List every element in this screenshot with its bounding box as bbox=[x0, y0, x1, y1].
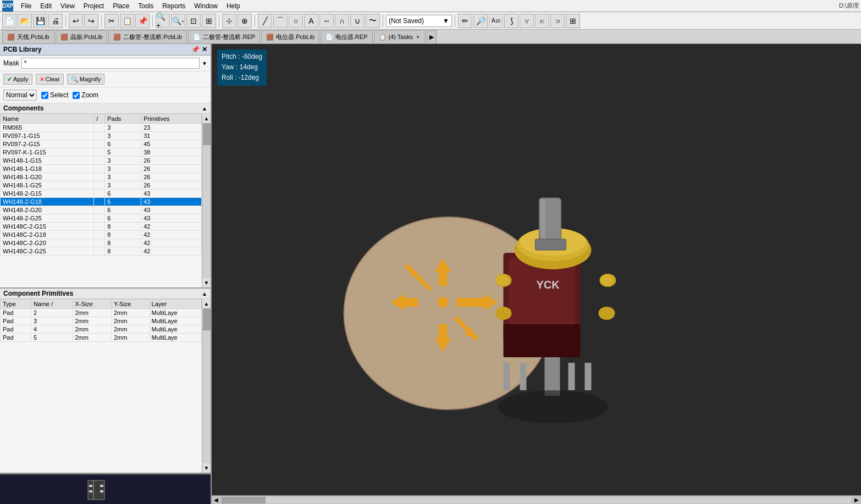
tab-more-arrow[interactable]: ▶ bbox=[427, 30, 437, 43]
route2[interactable]: ⟇ bbox=[520, 14, 534, 28]
table-row[interactable]: Pad 3 2mm 2mm MultiLaye bbox=[1, 317, 202, 325]
zoom-checkbox-label[interactable]: Zoom bbox=[73, 91, 98, 99]
curve1[interactable]: ∩ bbox=[335, 14, 349, 28]
menu-window[interactable]: Window bbox=[190, 1, 222, 11]
table-row[interactable]: WH148C-2-G25 8 42 bbox=[1, 247, 202, 256]
wave[interactable]: 〜 bbox=[366, 14, 380, 28]
col-primitives-header[interactable]: Primitives bbox=[141, 114, 202, 124]
table-row[interactable]: Pad 5 2mm 2mm MultiLaye bbox=[1, 334, 202, 342]
prim-ysize-header[interactable]: Y-Size bbox=[111, 300, 149, 309]
apply-button[interactable]: ✔ Apply bbox=[3, 74, 32, 85]
zoom-area-button[interactable]: ⊞ bbox=[202, 14, 216, 28]
table-row[interactable]: RM065 3 23 bbox=[1, 124, 202, 132]
primitives-scroll-up[interactable]: ▲ bbox=[202, 291, 207, 297]
draw-arc[interactable]: ⌒ bbox=[273, 14, 288, 28]
curve2[interactable]: ∪ bbox=[350, 14, 365, 28]
tab-erjiguan1[interactable]: 🟫 二极管-整流桥.PcbLib bbox=[108, 30, 186, 43]
draw-text[interactable]: A bbox=[304, 14, 318, 28]
new-button[interactable]: 📄 bbox=[2, 14, 16, 28]
route1[interactable]: ⟆ bbox=[504, 14, 518, 28]
tab-erjiguan-rep[interactable]: 📄 二极管-整流桥.REP bbox=[188, 30, 260, 43]
save-button[interactable]: 💾 bbox=[33, 14, 47, 28]
grid-toggle[interactable]: ⊹ bbox=[222, 14, 236, 28]
prim-xsize-header[interactable]: X-Size bbox=[73, 300, 111, 309]
prim-scroll-thumb[interactable] bbox=[203, 308, 211, 330]
scroll-down-arrow[interactable]: ▼ bbox=[202, 278, 211, 287]
table-row[interactable]: WH148-1-G20 3 26 bbox=[1, 173, 202, 181]
select-checkbox-label[interactable]: Select bbox=[41, 91, 68, 99]
tab-tasks[interactable]: 📋 (4) Tasks ▼ bbox=[374, 30, 426, 43]
redo-button[interactable]: ↪ bbox=[84, 14, 98, 28]
hscroll-thumb[interactable] bbox=[222, 497, 266, 503]
table-row[interactable]: Pad 2 2mm 2mm MultiLaye bbox=[1, 309, 202, 317]
components-scroll-up[interactable]: ▲ bbox=[202, 106, 207, 112]
tab-jingzhen[interactable]: 🟫 晶振.PcbLib bbox=[56, 30, 108, 43]
table-row[interactable]: WH148-2-G20 6 43 bbox=[1, 206, 202, 214]
tab-tasks-close[interactable]: ▼ bbox=[415, 34, 421, 40]
route5[interactable]: ⊞ bbox=[566, 14, 580, 28]
scroll-track[interactable] bbox=[202, 123, 211, 278]
menu-file[interactable]: File bbox=[16, 1, 36, 11]
components-table-scroll[interactable]: Name / Pads bbox=[0, 114, 202, 287]
table-row[interactable]: WH148C-2-G18 8 42 bbox=[1, 231, 202, 239]
dimension[interactable]: ↔ bbox=[319, 14, 334, 28]
zoom-checkbox[interactable] bbox=[73, 92, 80, 99]
route3[interactable]: ⟈ bbox=[535, 14, 549, 28]
inspect-tool[interactable]: 🔎 bbox=[473, 14, 488, 28]
panel-close-icon[interactable]: ✕ bbox=[202, 46, 207, 53]
draw-circle[interactable]: ○ bbox=[289, 14, 303, 28]
col-sort-header[interactable]: / bbox=[94, 114, 105, 124]
table-row[interactable]: RV097-2-G15 6 45 bbox=[1, 140, 202, 148]
open-button[interactable]: 📂 bbox=[18, 14, 32, 28]
magnify-button[interactable]: 🔍 Magnify bbox=[67, 74, 105, 85]
pencil-tool[interactable]: ✏ bbox=[458, 14, 472, 28]
route4[interactable]: ⟉ bbox=[550, 14, 565, 28]
hscroll-left-arrow[interactable]: ◀ bbox=[212, 497, 220, 503]
menu-help[interactable]: Help bbox=[222, 1, 245, 11]
not-saved-dropdown[interactable]: (Not Saved) ▼ bbox=[386, 15, 452, 27]
pin-icon[interactable]: 📌 bbox=[191, 46, 200, 53]
col-name-header[interactable]: Name bbox=[1, 114, 94, 124]
table-row[interactable]: WH148-2-G25 6 43 bbox=[1, 214, 202, 223]
table-row[interactable]: Pad 4 2mm 2mm MultiLaye bbox=[1, 325, 202, 334]
table-row[interactable]: WH148C-2-G20 8 42 bbox=[1, 239, 202, 247]
table-row[interactable]: WH148C-2-G15 8 42 bbox=[1, 223, 202, 231]
print-button[interactable]: 🖨 bbox=[48, 14, 63, 28]
zoom-in-button[interactable]: 🔍+ bbox=[156, 14, 170, 28]
scroll-thumb[interactable] bbox=[203, 123, 211, 145]
canvas-area[interactable]: Pitch : -60deg Yaw : 14deg Roll : -12deg bbox=[212, 44, 861, 504]
menu-reports[interactable]: Reports bbox=[158, 1, 190, 11]
primitives-table-scroll[interactable]: Type Name / X-Size Y-Size Layer Pad 2 2m… bbox=[0, 299, 202, 473]
draw-line[interactable]: ╱ bbox=[258, 14, 272, 28]
scroll-up-arrow[interactable]: ▲ bbox=[202, 114, 211, 123]
menu-place[interactable]: Place bbox=[108, 1, 134, 11]
menu-view[interactable]: View bbox=[56, 1, 79, 11]
copy-button[interactable]: 📋 bbox=[120, 14, 134, 28]
table-row[interactable]: WH148-1-G18 3 26 bbox=[1, 165, 202, 173]
col-pads-header[interactable]: Pads bbox=[105, 114, 141, 124]
mode-select[interactable]: Normal bbox=[3, 90, 37, 101]
menu-edit[interactable]: Edit bbox=[36, 1, 56, 11]
menu-tools[interactable]: Tools bbox=[134, 1, 158, 11]
prim-scroll-track[interactable] bbox=[202, 308, 211, 463]
zoom-fit-button[interactable]: ⊡ bbox=[186, 14, 201, 28]
tab-dianyqi-rep[interactable]: 📄 电位器.REP bbox=[321, 30, 373, 43]
table-row[interactable]: WH148-1-G15 3 26 bbox=[1, 157, 202, 165]
prim-scroll-down[interactable]: ▼ bbox=[202, 463, 211, 473]
table-row[interactable]: WH148-2-G18 6 43 bbox=[1, 198, 202, 206]
hscroll-track[interactable] bbox=[222, 497, 851, 503]
prim-type-header[interactable]: Type bbox=[1, 300, 31, 309]
text-tool[interactable]: A10 bbox=[489, 14, 503, 28]
select-checkbox[interactable] bbox=[41, 92, 48, 99]
tab-dianyqi[interactable]: 🟫 电位器.PcbLib bbox=[261, 30, 319, 43]
table-row[interactable]: WH148-1-G25 3 26 bbox=[1, 181, 202, 190]
mask-dropdown-arrow[interactable]: ▼ bbox=[202, 60, 207, 67]
table-row[interactable]: WH148-2-G15 6 43 bbox=[1, 190, 202, 198]
prim-name-header[interactable]: Name / bbox=[31, 300, 73, 309]
mask-input[interactable] bbox=[21, 58, 200, 69]
undo-button[interactable]: ↩ bbox=[69, 14, 83, 28]
hscroll-right-arrow[interactable]: ▶ bbox=[852, 497, 861, 503]
tab-tianxian[interactable]: 🟫 天线.PcbLib bbox=[2, 30, 54, 43]
snap-toggle[interactable]: ⊕ bbox=[238, 14, 252, 28]
clear-button[interactable]: ✕ Clear bbox=[36, 74, 64, 85]
